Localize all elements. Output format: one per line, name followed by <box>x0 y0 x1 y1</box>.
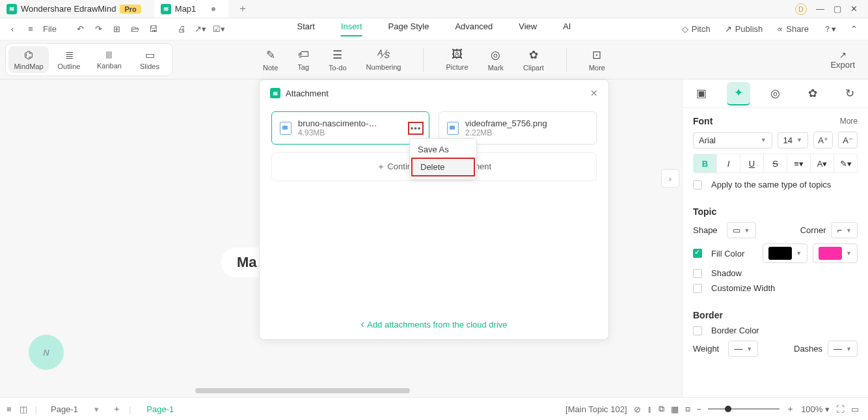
section-border-head: Border <box>693 310 723 320</box>
apply-same-type-checkbox[interactable] <box>693 180 702 189</box>
sidetab-clipart[interactable]: ✿ <box>801 82 824 105</box>
font-family-select[interactable]: Arial▼ <box>693 132 772 148</box>
back-button[interactable]: ‹ <box>7 24 18 34</box>
fill-color-checkbox[interactable] <box>693 249 702 258</box>
highlight-button[interactable]: ✎▾ <box>834 154 858 173</box>
page-select[interactable]: Page-1 <box>45 402 105 416</box>
redo-button[interactable]: ↷ <box>93 24 105 34</box>
split-view-icon[interactable]: ◫ <box>20 404 27 414</box>
sidetab-mark[interactable]: ◎ <box>764 82 787 105</box>
mascot-button[interactable]: N <box>29 335 64 370</box>
collapse-ribbon-button[interactable]: ⌃ <box>850 24 858 34</box>
print-button[interactable]: 🖨 <box>176 24 188 34</box>
attachment-more-button[interactable]: ••• <box>408 122 424 135</box>
ribbon-numbering[interactable]: ⅍Numbering <box>366 48 401 72</box>
ribbon-note[interactable]: ✎Note <box>263 48 278 72</box>
shape-select[interactable]: ▭ ▼ <box>727 222 756 238</box>
page-tab-active[interactable]: Page-1 <box>139 404 182 414</box>
tab-ai[interactable]: AI <box>563 21 571 36</box>
sidetab-ai[interactable]: ✦ <box>727 82 750 105</box>
status-icon-3[interactable]: ⧉ <box>658 404 664 414</box>
status-icon-2[interactable]: ⫿ <box>647 404 652 414</box>
font-increase-button[interactable]: A⁺ <box>813 132 833 148</box>
dashes-select[interactable]: — ▼ <box>828 341 858 357</box>
tab-start[interactable]: Start <box>297 21 315 36</box>
ribbon-more[interactable]: ⊡More <box>589 48 605 72</box>
ribbon-picture[interactable]: 🖼Picture <box>446 48 468 72</box>
viewmode-kanban[interactable]: ⫼Kanban <box>89 46 129 73</box>
status-icon-1[interactable]: ⊘ <box>634 404 641 414</box>
align-button[interactable]: ≡▾ <box>787 154 811 173</box>
viewmode-slides[interactable]: ▭Slides <box>129 46 170 73</box>
fullscreen-button[interactable]: ⛶ <box>836 404 845 414</box>
add-tab-button[interactable]: ＋ <box>237 2 248 16</box>
sidetab-style[interactable]: ▣ <box>690 82 713 105</box>
open-button[interactable]: 🗁 <box>129 24 141 34</box>
corner-select[interactable]: ⌐ ▼ <box>831 222 858 238</box>
weight-select[interactable]: — ▼ <box>728 341 758 357</box>
font-color-button[interactable]: A▾ <box>811 154 834 173</box>
horizontal-scrollbar[interactable] <box>195 388 410 393</box>
viewmode-mindmap[interactable]: ⌬MindMap <box>8 46 49 73</box>
publish-button[interactable]: ↗ Publish <box>725 24 763 34</box>
font-decrease-button[interactable]: A⁻ <box>838 132 858 148</box>
shadow-checkbox[interactable] <box>693 269 702 278</box>
new-button[interactable]: ⊞ <box>111 24 123 34</box>
zoom-in-button[interactable]: ＋ <box>786 403 794 415</box>
menu-save-as[interactable]: Save As <box>410 141 476 158</box>
file-menu[interactable]: File <box>43 24 57 34</box>
fill-color-dropdown-2[interactable]: ▼ <box>813 244 858 263</box>
font-more-link[interactable]: More <box>840 117 858 126</box>
pitch-button[interactable]: ◇ Pitch <box>682 24 711 34</box>
ribbon-todo[interactable]: ☰To-do <box>329 48 347 72</box>
tab-insert[interactable]: Insert <box>341 21 362 36</box>
zoom-out-button[interactable]: − <box>697 404 702 414</box>
underline-button[interactable]: U <box>740 154 764 173</box>
tab-advanced[interactable]: Advanced <box>455 21 493 36</box>
export-dropdown-button[interactable]: ↗▾ <box>195 24 206 34</box>
import-dropdown-button[interactable]: ☑▾ <box>213 24 224 34</box>
ribbon-mark[interactable]: ◎Mark <box>488 48 504 72</box>
attachment-size: 2.22MB <box>465 128 547 137</box>
close-button[interactable]: ✕ <box>850 4 858 14</box>
dialog-close-button[interactable]: ✕ <box>590 88 598 98</box>
document-tab[interactable]: ≋ Map1 <box>154 0 229 18</box>
outline-toggle-icon[interactable]: ≡ <box>7 404 12 414</box>
bold-button[interactable]: B <box>693 154 717 173</box>
zoom-slider[interactable] <box>708 408 780 410</box>
ribbon-clipart[interactable]: ✿Clipart <box>523 48 544 72</box>
border-color-checkbox[interactable] <box>693 326 702 335</box>
apply-same-type-label: Apply to the same type of topics <box>711 180 831 189</box>
status-icon-5[interactable]: ⧈ <box>685 404 690 414</box>
fit-button[interactable]: ▭ <box>851 404 859 414</box>
app-logo-icon: ≋ <box>7 4 17 14</box>
customize-width-label: Customize Width <box>711 283 775 293</box>
minimize-button[interactable]: — <box>816 4 824 14</box>
menu-delete[interactable]: Delete <box>411 158 475 176</box>
ribbon-tag[interactable]: 🏷Tag <box>297 48 309 72</box>
user-avatar[interactable]: D <box>795 3 807 15</box>
help-button[interactable]: ？▾ <box>823 23 836 35</box>
export-button[interactable]: ↗Export <box>830 50 855 70</box>
strikethrough-button[interactable]: S <box>764 154 787 173</box>
tab-view[interactable]: View <box>519 21 537 36</box>
save-button[interactable]: 🖫 <box>148 24 159 34</box>
sidetab-history[interactable]: ↻ <box>838 82 861 105</box>
zoom-level[interactable]: 100% ▾ <box>801 404 830 414</box>
file-icon <box>447 122 459 135</box>
expand-sidepanel-button[interactable]: › <box>661 169 679 188</box>
attachment-card-1[interactable]: bruno-nascimento-PHIg... 4.93MB ••• <box>271 111 429 145</box>
fill-color-dropdown-1[interactable]: ▼ <box>763 244 807 263</box>
viewmode-outline[interactable]: ≣Outline <box>49 46 89 73</box>
undo-button[interactable]: ↶ <box>75 24 87 34</box>
italic-button[interactable]: I <box>717 154 740 173</box>
font-size-select[interactable]: 14▼ <box>778 132 808 148</box>
add-from-cloud-link[interactable]: Add attachments from the cloud drive <box>260 318 608 330</box>
customize-width-checkbox[interactable] <box>693 284 702 293</box>
add-page-button[interactable]: ＋ <box>113 403 121 415</box>
share-button[interactable]: ∝ Share <box>777 24 809 34</box>
status-icon-4[interactable]: ▦ <box>671 404 679 414</box>
tab-page-style[interactable]: Page Style <box>388 21 429 36</box>
maximize-button[interactable]: ▢ <box>834 4 841 14</box>
menu-icon[interactable]: ≡ <box>25 24 36 34</box>
